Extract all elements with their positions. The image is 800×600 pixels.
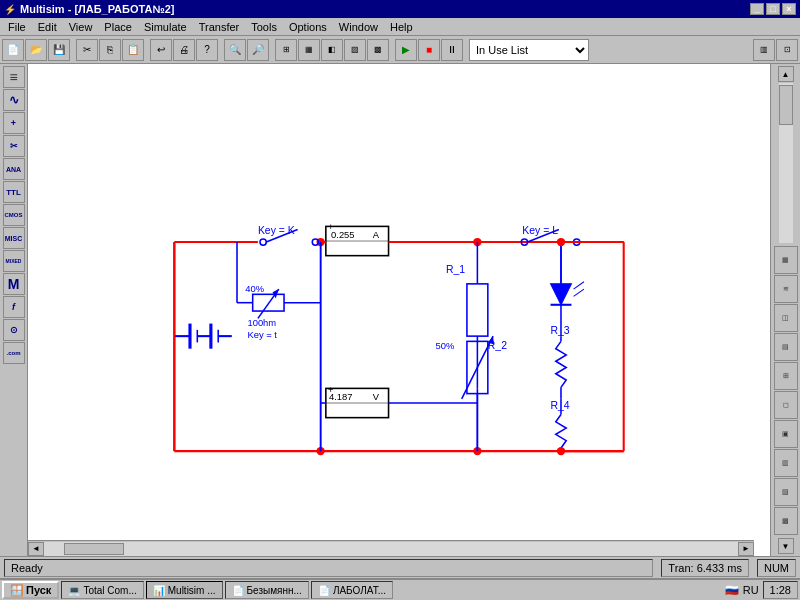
menu-options[interactable]: Options bbox=[283, 20, 333, 34]
canvas-area: Key = K 40% 100hm Key = t 0.255 A bbox=[28, 64, 770, 556]
lt-mixed[interactable]: MIXED bbox=[3, 250, 25, 272]
scroll-down-button[interactable]: ▼ bbox=[778, 538, 794, 554]
menu-transfer[interactable]: Transfer bbox=[193, 20, 246, 34]
copy-button[interactable]: ⎘ bbox=[99, 39, 121, 61]
scroll-right-button[interactable]: ► bbox=[738, 542, 754, 556]
taskbar-icon-2: 📄 bbox=[232, 585, 244, 596]
rt-oscilloscope[interactable]: ≋ bbox=[774, 275, 798, 303]
svg-text:50%: 50% bbox=[436, 340, 455, 351]
rt-funcgen[interactable]: ◫ bbox=[774, 304, 798, 332]
scroll-left-button[interactable]: ◄ bbox=[28, 542, 44, 556]
taskbar-label-3: ЛАБОЛАТ... bbox=[333, 585, 386, 596]
stop-button[interactable]: ■ bbox=[418, 39, 440, 61]
main-area: ≡ ∿ + ✂ ANA TTL CMOS MISC MIXED M f ⊙ .c… bbox=[0, 64, 800, 556]
rt-dist[interactable]: ▣ bbox=[774, 420, 798, 448]
paste-button[interactable]: 📋 bbox=[122, 39, 144, 61]
titlebar-controls: _ □ × bbox=[750, 3, 796, 15]
toolbar: 📄 📂 💾 ✂ ⎘ 📋 ↩ 🖨 ? 🔍 🔎 ⊞ ▦ ◧ ▨ ▩ ▶ ■ ⏸ In… bbox=[0, 36, 800, 64]
lt-virtual[interactable]: ⊙ bbox=[3, 319, 25, 341]
svg-text:Key = K: Key = K bbox=[258, 225, 295, 236]
menu-place[interactable]: Place bbox=[98, 20, 138, 34]
status-simulation: Tran: 6.433 ms bbox=[661, 559, 749, 577]
scroll-up-button[interactable]: ▲ bbox=[778, 66, 794, 82]
menu-window[interactable]: Window bbox=[333, 20, 384, 34]
svg-rect-0 bbox=[28, 64, 770, 555]
titlebar: ⚡ Multisim - [ЛАБ_РАБОТА№2] _ □ × bbox=[0, 0, 800, 18]
rt-logic[interactable]: ⊞ bbox=[774, 362, 798, 390]
title-text: Multisim - [ЛАБ_РАБОТА№2] bbox=[20, 3, 175, 15]
comp5-button[interactable]: ▩ bbox=[367, 39, 389, 61]
comp1-button[interactable]: ⊞ bbox=[275, 39, 297, 61]
scroll-thumb[interactable] bbox=[64, 543, 124, 555]
svg-text:R_3: R_3 bbox=[551, 325, 570, 336]
minimize-button[interactable]: _ bbox=[750, 3, 764, 15]
lt-com[interactable]: .com bbox=[3, 342, 25, 364]
lt-function[interactable]: f bbox=[3, 296, 25, 318]
svg-point-83 bbox=[557, 447, 565, 455]
start-button[interactable]: 🪟 Пуск bbox=[2, 581, 59, 599]
print-button[interactable]: 🖨 bbox=[173, 39, 195, 61]
lt-misc[interactable]: MISC bbox=[3, 227, 25, 249]
lt-scissors[interactable]: ✂ bbox=[3, 135, 25, 157]
undo-button[interactable]: ↩ bbox=[150, 39, 172, 61]
rt-network[interactable]: ▨ bbox=[774, 478, 798, 506]
comp3-button[interactable]: ◧ bbox=[321, 39, 343, 61]
save-button[interactable]: 💾 bbox=[48, 39, 70, 61]
pause-button[interactable]: ⏸ bbox=[441, 39, 463, 61]
taskbar-label-0: Total Com... bbox=[83, 585, 136, 596]
simulation-text: Tran: 6.433 ms bbox=[668, 562, 742, 574]
taskbar-label-2: Безымянн... bbox=[247, 585, 302, 596]
menu-edit[interactable]: Edit bbox=[32, 20, 63, 34]
start-label: Пуск bbox=[26, 584, 51, 596]
menu-help[interactable]: Help bbox=[384, 20, 419, 34]
lt-analog[interactable]: ANA bbox=[3, 158, 25, 180]
help-button[interactable]: ? bbox=[196, 39, 218, 61]
svg-text:100hm: 100hm bbox=[247, 317, 276, 328]
taskbar-item-3[interactable]: 📄 ЛАБОЛАТ... bbox=[311, 581, 393, 599]
extra1-button[interactable]: ▥ bbox=[753, 39, 775, 61]
time-display: 1:28 bbox=[770, 584, 791, 596]
zoom-out-button[interactable]: 🔎 bbox=[247, 39, 269, 61]
extra2-button[interactable]: ⊡ bbox=[776, 39, 798, 61]
rt-multimeter[interactable]: ▦ bbox=[774, 246, 798, 274]
lt-measure[interactable]: M bbox=[3, 273, 25, 295]
menu-tools[interactable]: Tools bbox=[245, 20, 283, 34]
lt-ttl[interactable]: TTL bbox=[3, 181, 25, 203]
taskbar-item-1[interactable]: 📊 Multisim ... bbox=[146, 581, 223, 599]
circuit-svg: Key = K 40% 100hm Key = t 0.255 A bbox=[28, 64, 770, 556]
new-button[interactable]: 📄 bbox=[2, 39, 24, 61]
zoom-in-button[interactable]: 🔍 bbox=[224, 39, 246, 61]
rt-iv[interactable]: ◻ bbox=[774, 391, 798, 419]
title-icon: ⚡ bbox=[4, 4, 16, 15]
status-numlock: NUM bbox=[757, 559, 796, 577]
lt-cmos[interactable]: CMOS bbox=[3, 204, 25, 226]
status-ready: Ready bbox=[4, 559, 653, 577]
rt-bode[interactable]: ▩ bbox=[774, 507, 798, 535]
comp2-button[interactable]: ▦ bbox=[298, 39, 320, 61]
lt-wire[interactable]: ∿ bbox=[3, 89, 25, 111]
comp4-button[interactable]: ▨ bbox=[344, 39, 366, 61]
lt-select[interactable]: ≡ bbox=[3, 66, 25, 88]
vscroll-thumb[interactable] bbox=[779, 85, 793, 125]
svg-text:Key = t: Key = t bbox=[247, 329, 277, 340]
menu-file[interactable]: File bbox=[2, 20, 32, 34]
scroll-track[interactable] bbox=[44, 542, 738, 556]
svg-point-82 bbox=[557, 238, 565, 246]
rt-spectrum[interactable]: ▥ bbox=[774, 449, 798, 477]
vscroll-track[interactable] bbox=[779, 83, 793, 243]
lt-junction[interactable]: + bbox=[3, 112, 25, 134]
cut-button[interactable]: ✂ bbox=[76, 39, 98, 61]
taskbar-item-0[interactable]: 💻 Total Com... bbox=[61, 581, 143, 599]
maximize-button[interactable]: □ bbox=[766, 3, 780, 15]
svg-text:A: A bbox=[373, 229, 380, 240]
taskbar-icon-1: 📊 bbox=[153, 585, 165, 596]
in-use-dropdown[interactable]: In Use List bbox=[469, 39, 589, 61]
menu-simulate[interactable]: Simulate bbox=[138, 20, 193, 34]
menu-view[interactable]: View bbox=[63, 20, 99, 34]
open-button[interactable]: 📂 bbox=[25, 39, 47, 61]
numlock-text: NUM bbox=[764, 562, 789, 574]
close-button[interactable]: × bbox=[782, 3, 796, 15]
taskbar-item-2[interactable]: 📄 Безымянн... bbox=[225, 581, 309, 599]
rt-wattmeter[interactable]: ▤ bbox=[774, 333, 798, 361]
run-button[interactable]: ▶ bbox=[395, 39, 417, 61]
